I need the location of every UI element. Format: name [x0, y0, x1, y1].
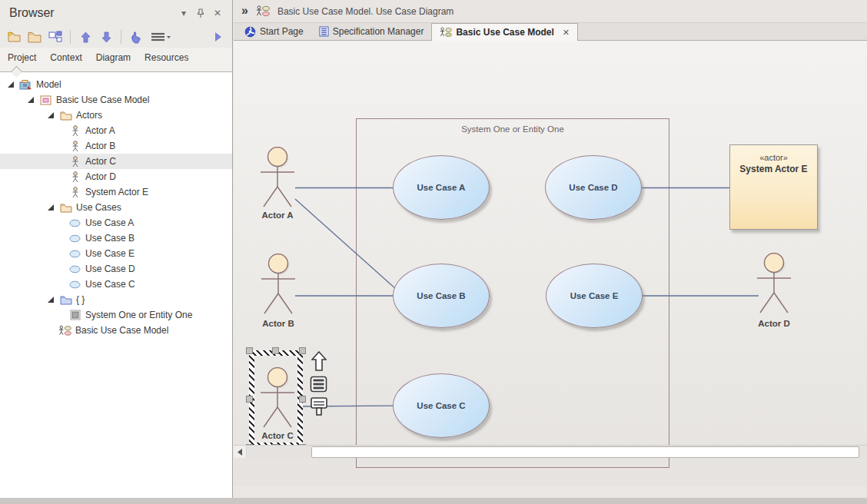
resize-handle-n[interactable]: [272, 347, 279, 354]
use-case-diagram-icon: [58, 325, 71, 337]
tree-item-actor-c[interactable]: Actor C: [0, 154, 232, 169]
expand-triangle-icon[interactable]: [26, 97, 35, 103]
move-up-button[interactable]: [76, 28, 95, 45]
toolbar-separator: [121, 30, 121, 44]
diagram-canvas[interactable]: System One or Entity One Use Case A Use …: [234, 41, 867, 486]
panel-dropdown-icon[interactable]: ▾: [175, 5, 192, 21]
resize-handle-nw[interactable]: [246, 347, 253, 354]
tree-item-use-cases-folder[interactable]: Use Cases: [0, 200, 232, 215]
expand-triangle-icon[interactable]: [6, 81, 15, 88]
browser-panel-header: Browser ▾ ✕: [0, 0, 232, 26]
breadcrumb-bar: » Basic Use Case Model. Use Case Diagram: [234, 0, 867, 23]
panel-close-icon[interactable]: ✕: [209, 5, 226, 21]
use-case-c-node[interactable]: Use Case C: [393, 373, 490, 438]
actor-icon: [68, 171, 81, 183]
tab-context[interactable]: Context: [50, 52, 81, 66]
use-case-diagram-icon: [440, 27, 452, 38]
actor-c-node[interactable]: [259, 367, 296, 429]
tree-item-system-one[interactable]: System One or Entity One: [0, 307, 232, 323]
horizontal-scrollbar[interactable]: [234, 445, 867, 458]
use-case-d-node[interactable]: Use Case D: [545, 155, 642, 220]
tab-diagram[interactable]: Diagram: [96, 52, 131, 66]
doc-tab-start-page[interactable]: Start Page: [237, 23, 311, 40]
folder-icon: [59, 111, 72, 121]
tree-item-label: Use Case E: [85, 248, 135, 259]
boundary-icon: [68, 310, 81, 320]
tree-item-actor-d[interactable]: Actor D: [0, 169, 232, 184]
breadcrumb-diagram-icon: [256, 5, 270, 17]
use-case-icon: [68, 265, 81, 274]
actor-a-node[interactable]: [259, 147, 296, 208]
browser-nav-tabs: Project Context Diagram Resources: [0, 48, 232, 72]
system-actor-name: System Actor E: [730, 164, 817, 174]
browser-panel: Browser ▾ ✕: [0, 0, 233, 498]
new-model-button[interactable]: [5, 28, 23, 45]
tree-item-label: Basic Use Case Model: [75, 325, 168, 336]
tab-resources[interactable]: Resources: [144, 52, 188, 66]
scrollbar-thumb[interactable]: [311, 446, 859, 458]
browser-toolbar: [0, 26, 232, 48]
tree-item-model[interactable]: Model: [0, 77, 232, 92]
tree-item-label: System Actor E: [85, 187, 148, 197]
enterprise-architect-window: Browser ▾ ✕: [0, 0, 867, 504]
tree-item-use-case-d[interactable]: Use Case D: [0, 261, 232, 277]
use-case-a-node[interactable]: Use Case A: [393, 155, 490, 220]
tree-item-use-case-a[interactable]: Use Case A: [0, 215, 232, 230]
tree-item-actor-a[interactable]: Actor A: [0, 123, 232, 138]
chevron-double-icon[interactable]: »: [241, 4, 248, 18]
scroll-left-button[interactable]: [234, 446, 247, 458]
new-diagram-button[interactable]: [46, 28, 65, 45]
tree-item-use-case-c[interactable]: Use Case C: [0, 277, 232, 292]
use-case-label: Use Case B: [417, 291, 465, 300]
actor-icon: [68, 187, 81, 198]
quicklink-menu-icon[interactable]: [310, 376, 327, 393]
tree-item-use-case-b[interactable]: Use Case B: [0, 230, 232, 246]
tree-item-use-case-e[interactable]: Use Case E: [0, 246, 232, 261]
use-case-icon: [68, 234, 81, 243]
folder-icon: [59, 203, 72, 213]
expand-triangle-icon[interactable]: [46, 297, 55, 303]
tree-item-system-actor-e[interactable]: System Actor E: [0, 184, 232, 200]
tree-item-label: System One or Entity One: [85, 310, 192, 320]
expand-triangle-icon[interactable]: [46, 112, 55, 118]
package-icon: [39, 95, 52, 105]
doc-tab-label: Basic Use Case Model: [456, 27, 553, 38]
tree-item-actors-folder[interactable]: Actors: [0, 108, 232, 123]
spec-manager-icon: [319, 26, 329, 37]
use-case-e-node[interactable]: Use Case E: [546, 264, 643, 328]
panel-pin-icon[interactable]: [192, 5, 209, 21]
hamburger-menu-button[interactable]: [148, 28, 174, 45]
locate-button[interactable]: [127, 28, 145, 45]
tree-item-basic-use-case-model[interactable]: Basic Use Case Model: [0, 92, 232, 108]
resize-handle-ne[interactable]: [299, 347, 306, 354]
tab-project[interactable]: Project: [8, 52, 36, 66]
tree-item-use-case-diagram[interactable]: Basic Use Case Model: [0, 323, 232, 338]
expand-triangle-icon[interactable]: [46, 204, 55, 211]
tree-item-label: Actor D: [85, 171, 116, 182]
actor-a-label: Actor A: [243, 211, 312, 220]
doc-tab-label: Specification Manager: [333, 26, 424, 37]
new-package-button[interactable]: [25, 28, 44, 45]
project-tree: Model Basic Use Case Model Actors Actor …: [0, 72, 232, 498]
document-area: » Basic Use Case Model. Use Case Diagram…: [234, 0, 867, 504]
actor-b-node[interactable]: [260, 254, 297, 315]
blue-folder-icon: [59, 295, 72, 305]
use-case-icon: [68, 280, 81, 289]
use-case-label: Use Case C: [417, 401, 465, 410]
tree-item-label: Model: [36, 79, 61, 90]
move-down-button[interactable]: [97, 28, 115, 45]
doc-tab-basic-use-case-model[interactable]: Basic Use Case Model ✕: [431, 23, 578, 41]
expand-right-icon[interactable]: [209, 28, 228, 45]
tree-item-actor-b[interactable]: Actor B: [0, 138, 232, 154]
tab-close-icon[interactable]: ✕: [563, 28, 570, 38]
resize-handle-w[interactable]: [246, 396, 253, 403]
actor-d-node[interactable]: [756, 253, 792, 314]
tree-item-braces-folder[interactable]: { }: [0, 292, 232, 307]
system-actor-e-node[interactable]: «actor» System Actor E: [729, 144, 818, 230]
quicklink-up-arrow-icon[interactable]: [311, 351, 327, 371]
tree-item-label: Basic Use Case Model: [56, 94, 149, 105]
resize-handle-e[interactable]: [299, 396, 306, 403]
use-case-b-node[interactable]: Use Case B: [393, 264, 490, 328]
doc-tab-specification-manager[interactable]: Specification Manager: [311, 23, 432, 40]
quicklink-connector-icon[interactable]: [310, 396, 328, 417]
